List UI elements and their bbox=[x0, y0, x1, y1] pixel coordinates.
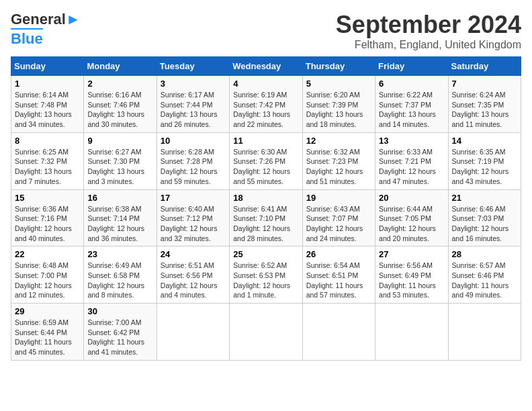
calendar-cell: 27Sunrise: 6:56 AMSunset: 6:49 PMDayligh… bbox=[375, 246, 448, 304]
calendar-cell bbox=[448, 304, 521, 361]
calendar-cell: 16Sunrise: 6:38 AMSunset: 7:14 PMDayligh… bbox=[84, 189, 157, 246]
calendar-cell: 25Sunrise: 6:52 AMSunset: 6:53 PMDayligh… bbox=[230, 246, 302, 304]
calendar-cell: 17Sunrise: 6:40 AMSunset: 7:12 PMDayligh… bbox=[157, 189, 229, 246]
calendar-cell: 4Sunrise: 6:19 AMSunset: 7:42 PMDaylight… bbox=[230, 76, 302, 133]
calendar-cell: 24Sunrise: 6:51 AMSunset: 6:56 PMDayligh… bbox=[157, 246, 229, 304]
calendar-cell: 8Sunrise: 6:25 AMSunset: 7:32 PMDaylight… bbox=[11, 132, 84, 189]
weekday-header-saturday: Saturday bbox=[448, 57, 521, 76]
logo-text: General► bbox=[11, 11, 81, 28]
weekday-header-wednesday: Wednesday bbox=[230, 57, 302, 76]
weekday-header-row: SundayMondayTuesdayWednesdayThursdayFrid… bbox=[11, 57, 521, 76]
calendar-cell: 26Sunrise: 6:54 AMSunset: 6:51 PMDayligh… bbox=[302, 246, 375, 304]
calendar-cell: 14Sunrise: 6:35 AMSunset: 7:19 PMDayligh… bbox=[448, 132, 521, 189]
calendar-cell bbox=[230, 304, 302, 361]
calendar-cell: 1Sunrise: 6:14 AMSunset: 7:48 PMDaylight… bbox=[11, 76, 84, 133]
logo-blue-text: Blue bbox=[11, 28, 43, 48]
calendar-cell: 9Sunrise: 6:27 AMSunset: 7:30 PMDaylight… bbox=[84, 132, 157, 189]
calendar-cell: 3Sunrise: 6:17 AMSunset: 7:44 PMDaylight… bbox=[157, 76, 229, 133]
calendar-cell: 13Sunrise: 6:33 AMSunset: 7:21 PMDayligh… bbox=[375, 132, 448, 189]
title-section: September 2024 Feltham, England, United … bbox=[336, 11, 521, 51]
calendar-week-5: 29Sunrise: 6:59 AMSunset: 6:44 PMDayligh… bbox=[11, 304, 521, 361]
weekday-header-thursday: Thursday bbox=[302, 57, 375, 76]
calendar-cell: 21Sunrise: 6:46 AMSunset: 7:03 PMDayligh… bbox=[448, 189, 521, 246]
weekday-header-tuesday: Tuesday bbox=[157, 57, 229, 76]
calendar-table: SundayMondayTuesdayWednesdayThursdayFrid… bbox=[11, 56, 521, 361]
calendar-cell: 15Sunrise: 6:36 AMSunset: 7:16 PMDayligh… bbox=[11, 189, 84, 246]
calendar-cell: 30Sunrise: 7:00 AMSunset: 6:42 PMDayligh… bbox=[84, 304, 157, 361]
calendar-cell bbox=[302, 304, 375, 361]
location: Feltham, England, United Kingdom bbox=[336, 39, 521, 51]
calendar-week-4: 22Sunrise: 6:48 AMSunset: 7:00 PMDayligh… bbox=[11, 246, 521, 304]
page-header: General► Blue September 2024 Feltham, En… bbox=[11, 11, 521, 51]
calendar-cell: 12Sunrise: 6:32 AMSunset: 7:23 PMDayligh… bbox=[302, 132, 375, 189]
calendar-cell: 2Sunrise: 6:16 AMSunset: 7:46 PMDaylight… bbox=[84, 76, 157, 133]
logo: General► Blue bbox=[11, 11, 81, 48]
calendar-cell bbox=[375, 304, 448, 361]
calendar-cell: 7Sunrise: 6:24 AMSunset: 7:35 PMDaylight… bbox=[448, 76, 521, 133]
calendar-week-1: 1Sunrise: 6:14 AMSunset: 7:48 PMDaylight… bbox=[11, 76, 521, 133]
weekday-header-sunday: Sunday bbox=[11, 57, 84, 76]
month-title: September 2024 bbox=[336, 11, 521, 39]
weekday-header-monday: Monday bbox=[84, 57, 157, 76]
calendar-cell: 22Sunrise: 6:48 AMSunset: 7:00 PMDayligh… bbox=[11, 246, 84, 304]
calendar-cell: 18Sunrise: 6:41 AMSunset: 7:10 PMDayligh… bbox=[230, 189, 302, 246]
calendar-cell: 10Sunrise: 6:28 AMSunset: 7:28 PMDayligh… bbox=[157, 132, 229, 189]
calendar-cell: 28Sunrise: 6:57 AMSunset: 6:46 PMDayligh… bbox=[448, 246, 521, 304]
calendar-cell: 29Sunrise: 6:59 AMSunset: 6:44 PMDayligh… bbox=[11, 304, 84, 361]
calendar-cell: 6Sunrise: 6:22 AMSunset: 7:37 PMDaylight… bbox=[375, 76, 448, 133]
calendar-cell: 11Sunrise: 6:30 AMSunset: 7:26 PMDayligh… bbox=[230, 132, 302, 189]
calendar-cell bbox=[157, 304, 229, 361]
weekday-header-friday: Friday bbox=[375, 57, 448, 76]
calendar-week-2: 8Sunrise: 6:25 AMSunset: 7:32 PMDaylight… bbox=[11, 132, 521, 189]
calendar-cell: 23Sunrise: 6:49 AMSunset: 6:58 PMDayligh… bbox=[84, 246, 157, 304]
calendar-cell: 5Sunrise: 6:20 AMSunset: 7:39 PMDaylight… bbox=[302, 76, 375, 133]
calendar-cell: 20Sunrise: 6:44 AMSunset: 7:05 PMDayligh… bbox=[375, 189, 448, 246]
calendar-week-3: 15Sunrise: 6:36 AMSunset: 7:16 PMDayligh… bbox=[11, 189, 521, 246]
calendar-cell: 19Sunrise: 6:43 AMSunset: 7:07 PMDayligh… bbox=[302, 189, 375, 246]
